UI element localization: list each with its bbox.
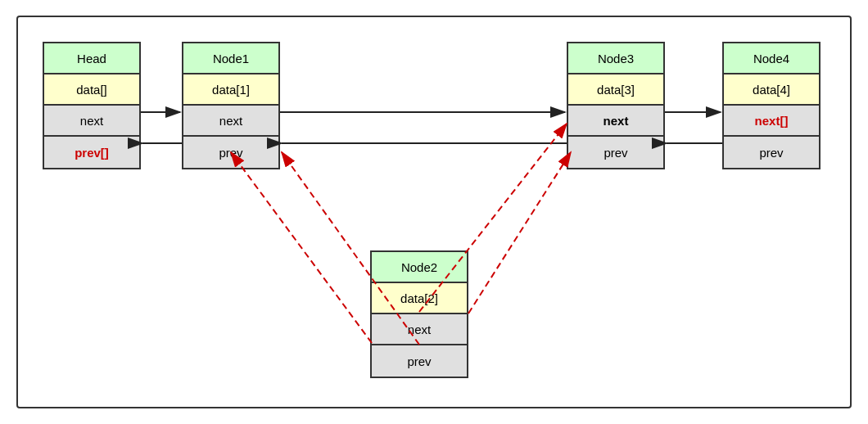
head-next: next <box>44 106 139 137</box>
node-1: Node1 data[1] next prev <box>182 42 280 169</box>
diagram-container: Head data[] next prev[] Node1 data[1] ne… <box>16 16 852 408</box>
node-2: Node2 data[2] next prev <box>370 250 468 378</box>
node1-prev: prev <box>183 137 278 168</box>
node1-title: Node1 <box>183 43 278 74</box>
node4-prev: prev <box>724 137 819 168</box>
node1-next: next <box>183 106 278 137</box>
node4-data: data[4] <box>724 74 819 106</box>
node-4: Node4 data[4] next[] prev <box>722 42 821 169</box>
node2-data: data[2] <box>372 283 467 314</box>
node4-title: Node4 <box>724 43 819 74</box>
head-prev: prev[] <box>44 137 139 168</box>
node3-next: next <box>568 106 663 137</box>
node3-data: data[3] <box>568 74 663 106</box>
node2-next: next <box>372 314 467 345</box>
head-title: Head <box>44 43 139 74</box>
node2-title: Node2 <box>372 252 467 283</box>
node-3: Node3 data[3] next prev <box>567 42 665 169</box>
arrow-node2-prev-to-node1-2 <box>231 152 372 343</box>
node3-title: Node3 <box>568 43 663 74</box>
node3-prev: prev <box>568 137 663 168</box>
node2-prev: prev <box>372 345 467 377</box>
node-head: Head data[] next prev[] <box>43 42 141 169</box>
node1-data: data[1] <box>183 74 278 106</box>
arrow-node2-next-to-node3-2 <box>468 152 571 313</box>
node4-next: next[] <box>724 106 819 137</box>
head-data: data[] <box>44 74 139 106</box>
